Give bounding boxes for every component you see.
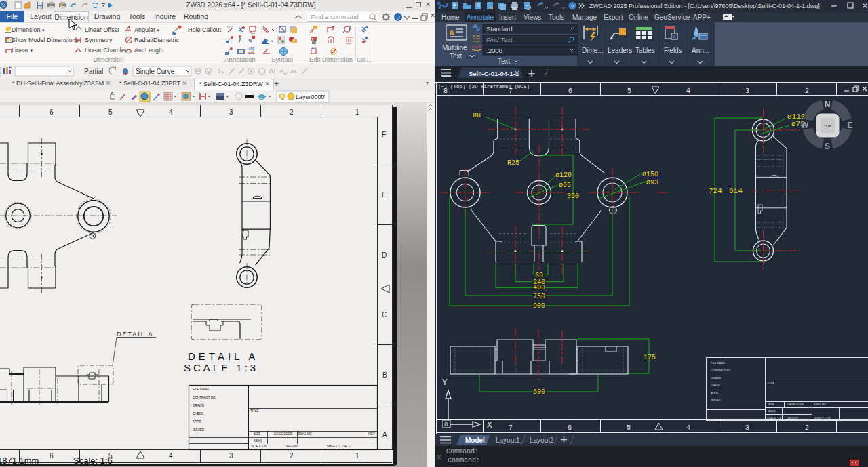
svg-text:APPR.: APPR.	[711, 391, 719, 394]
svg-text:Text: Text	[450, 52, 462, 60]
svg-text:4: 4	[169, 108, 173, 116]
svg-text:DRAWN: DRAWN	[711, 376, 721, 380]
svg-text:8: 8	[444, 422, 448, 428]
svg-text:CAGE CODE: CAGE CODE	[787, 403, 804, 406]
svg-text:ISSUED: ISSUED	[193, 428, 205, 432]
svg-text:2: 2	[805, 424, 809, 432]
svg-text:6: 6	[568, 87, 572, 95]
svg-text:SHEET 1 OF: SHEET 1 OF	[814, 416, 831, 420]
svg-text:ø93: ø93	[646, 179, 658, 186]
svg-text:CAGE CODE: CAGE CODE	[274, 432, 293, 436]
svg-text:Find Text: Find Text	[486, 36, 513, 43]
svg-text:E: E	[382, 191, 387, 199]
svg-text:614: 614	[729, 187, 743, 195]
svg-text:600: 600	[533, 388, 545, 396]
svg-text:5: 5	[108, 108, 113, 116]
svg-text:Multiline: Multiline	[442, 44, 467, 52]
svg-text:DETAIL A: DETAIL A	[117, 331, 154, 338]
svg-text:6: 6	[50, 108, 54, 116]
svg-text:ø150: ø150	[642, 171, 658, 178]
svg-text:XYZ: XYZ	[226, 25, 233, 29]
svg-text:SCALE 1:6: SCALE 1:6	[767, 416, 782, 420]
svg-text:SHEET 1 OF 1: SHEET 1 OF 1	[327, 445, 351, 448]
svg-text:A3(H): A3(H)	[254, 439, 262, 443]
svg-text:ABC: ABC	[311, 47, 317, 50]
svg-text:7: 7	[509, 424, 513, 432]
svg-text:Scale: 1:6: Scale: 1:6	[73, 455, 113, 466]
svg-text:WEIGHT: WEIGHT	[286, 445, 299, 448]
svg-text:Single Curve: Single Curve	[136, 68, 175, 75]
svg-text:Ann...: Ann...	[692, 47, 709, 54]
svg-text:Fields: Fields	[664, 47, 682, 54]
svg-text:R25: R25	[507, 159, 519, 167]
svg-text:175: 175	[644, 354, 656, 361]
svg-text:2: 2	[290, 108, 294, 116]
svg-text:[−] [Top] [2D Wireframe] [WCS]: [−] [Top] [2D Wireframe] [WCS]	[438, 84, 530, 89]
svg-text:4: 4	[169, 452, 173, 460]
svg-text:C: C	[382, 311, 387, 319]
svg-text:3: 3	[745, 87, 749, 95]
svg-text:D: D	[382, 251, 387, 259]
svg-text:TOP: TOP	[823, 124, 831, 128]
svg-text:A3(H): A3(H)	[768, 409, 776, 413]
svg-text:N: N	[825, 100, 831, 109]
svg-text:4: 4	[686, 87, 690, 95]
svg-text:B: B	[382, 371, 387, 379]
svg-text:3: 3	[229, 452, 233, 460]
svg-text:Command:: Command:	[448, 457, 480, 464]
svg-text:F: F	[382, 131, 386, 138]
svg-text:ZWCAD 2025 Professional Editio: ZWCAD 2025 Professional Edition - [C:\Us…	[589, 3, 820, 9]
svg-text:DWG NO: DWG NO	[298, 432, 312, 436]
svg-text:6: 6	[50, 452, 54, 460]
svg-text:CHECK: CHECK	[711, 384, 720, 387]
svg-text:3: 3	[229, 108, 233, 116]
svg-text:5: 5	[627, 424, 631, 432]
svg-text:DETAIL A: DETAIL A	[188, 350, 258, 362]
svg-text:Dime...: Dime...	[582, 47, 604, 54]
svg-text:SIZE: SIZE	[254, 432, 260, 436]
svg-text:?: ?	[396, 14, 399, 21]
svg-text:900: 900	[533, 302, 545, 310]
svg-text:2: 2	[290, 452, 294, 460]
svg-text:?: ?	[571, 3, 574, 9]
svg-text:Standard: Standard	[486, 25, 513, 33]
svg-text:Layer0000: Layer0000	[296, 94, 325, 100]
svg-text:Tables: Tables	[635, 47, 655, 54]
svg-text:4: 4	[686, 424, 690, 432]
svg-text:48: 48	[310, 31, 314, 34]
svg-text:REV: REV	[368, 432, 375, 436]
svg-text:1871.1mm: 1871.1mm	[0, 455, 39, 466]
svg-text:ISSUED: ISSUED	[711, 399, 721, 402]
svg-text:SIZE: SIZE	[768, 403, 774, 406]
svg-text:Layout2: Layout2	[530, 436, 554, 444]
svg-text:T: T	[311, 38, 313, 41]
svg-text:SCALE 1/6: SCALE 1/6	[251, 445, 267, 448]
svg-text:Command:: Command:	[446, 448, 479, 455]
svg-text:WEIGHT: WEIGHT	[787, 416, 799, 420]
svg-text:A: A	[382, 431, 387, 439]
svg-text:TITLE: TITLE	[250, 409, 259, 413]
svg-text:ø120: ø120	[555, 171, 572, 179]
svg-text:DWG NO: DWG NO	[814, 403, 826, 406]
svg-text:3: 3	[745, 424, 749, 432]
svg-text:Leaders: Leaders	[608, 47, 632, 54]
svg-text:DRAWN: DRAWN	[193, 404, 204, 407]
svg-text:CONTRACT NO: CONTRACT NO	[193, 396, 216, 399]
svg-text:6: 6	[568, 424, 572, 432]
svg-text:A: A	[449, 28, 454, 37]
svg-text:ø8: ø8	[473, 112, 481, 119]
svg-text:Text: Text	[498, 58, 511, 65]
svg-text:400: 400	[533, 284, 545, 291]
svg-text:E: E	[847, 121, 852, 130]
svg-text:TITLE: TITLE	[767, 381, 774, 384]
svg-text:CONTRACT NO: CONTRACT NO	[711, 369, 730, 372]
svg-text:APPR.: APPR.	[193, 420, 202, 424]
svg-text:SelII-C-01-04-1-1: SelII-C-01-04-1-1	[469, 70, 519, 77]
svg-text:350: 350	[567, 192, 579, 200]
svg-text:Layout1: Layout1	[496, 436, 520, 444]
svg-text:1: 1	[355, 108, 359, 116]
svg-text:Y: Y	[442, 378, 448, 388]
svg-text:750: 750	[533, 293, 545, 300]
svg-text:5: 5	[627, 87, 631, 95]
svg-text:W: W	[801, 121, 809, 130]
